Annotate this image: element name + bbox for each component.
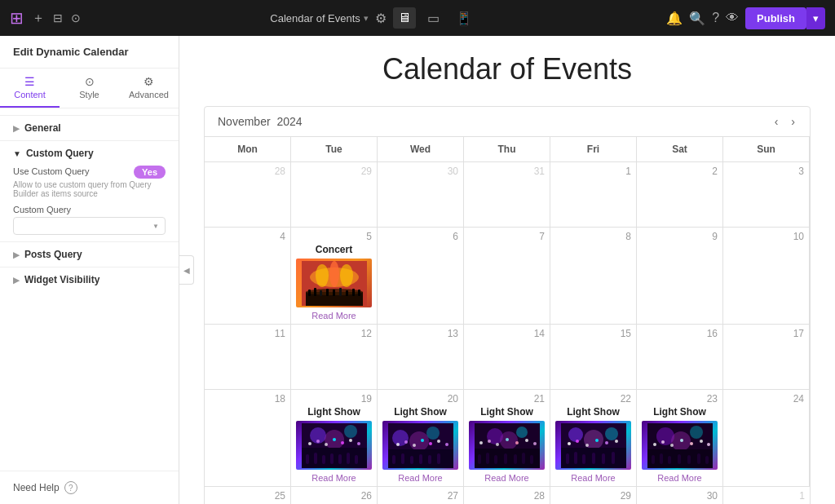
cal-cell-nov4: 4 bbox=[205, 228, 291, 325]
lightshow-23-title: Light Show bbox=[642, 406, 718, 418]
settings-icon[interactable]: ⊙ bbox=[71, 11, 81, 24]
svg-rect-31 bbox=[330, 453, 334, 464]
cal-cell-nov17: 17 bbox=[723, 325, 810, 390]
cal-cell-nov15: 15 bbox=[550, 325, 637, 390]
svg-rect-84 bbox=[574, 452, 577, 464]
lightshow-22-read-more[interactable]: Read More bbox=[555, 473, 631, 483]
page-title-topbar[interactable]: Calendar of Events ▾ bbox=[270, 12, 369, 24]
calendar-prev-btn[interactable]: ‹ bbox=[770, 113, 784, 130]
svg-point-91 bbox=[690, 426, 703, 439]
tab-advanced[interactable]: ⚙ Advanced bbox=[119, 69, 179, 108]
lightshow-20-image bbox=[382, 421, 458, 470]
lightshow-21-read-more[interactable]: Read More bbox=[469, 473, 545, 483]
svg-rect-51 bbox=[428, 455, 431, 464]
custom-query-arrow-icon: ▼ bbox=[13, 149, 21, 158]
posts-query-section-title[interactable]: ▶ Posts Query bbox=[13, 249, 166, 260]
custom-query-section-title[interactable]: ▼ Custom Query bbox=[13, 148, 166, 159]
top-bar-right: 🔔 🔍 ? 👁 Publish ▾ bbox=[666, 7, 825, 29]
svg-point-25 bbox=[341, 441, 344, 444]
svg-point-56 bbox=[500, 431, 518, 449]
svg-point-40 bbox=[396, 443, 400, 446]
general-arrow-icon: ▶ bbox=[13, 124, 20, 133]
cal-cell-nov28: 28 bbox=[464, 487, 550, 504]
sidebar-collapse-btn[interactable]: ◀ bbox=[179, 255, 194, 285]
svg-rect-67 bbox=[494, 455, 497, 464]
publish-dropdown-btn[interactable]: ▾ bbox=[806, 7, 825, 29]
calendar-next-btn[interactable]: › bbox=[786, 113, 800, 130]
lightshow-20-read-more[interactable]: Read More bbox=[382, 473, 458, 483]
svg-point-4 bbox=[340, 264, 353, 287]
svg-rect-14 bbox=[352, 289, 355, 296]
svg-point-74 bbox=[605, 427, 618, 440]
svg-point-45 bbox=[437, 440, 440, 443]
cal-cell-nov8: 8 bbox=[550, 228, 637, 325]
cal-header-thu: Thu bbox=[464, 137, 550, 162]
elementor-logo-icon[interactable]: ⊞ bbox=[10, 8, 24, 28]
svg-rect-33 bbox=[347, 453, 350, 464]
add-element-icon[interactable]: ＋ bbox=[32, 10, 45, 27]
widget-visibility-section-title[interactable]: ▶ Widget Visibility bbox=[13, 274, 166, 285]
lightshow-21-image bbox=[469, 421, 545, 470]
general-section-title[interactable]: ▶ General bbox=[13, 122, 166, 134]
svg-rect-32 bbox=[338, 454, 342, 464]
tab-content[interactable]: ☰ Content bbox=[0, 69, 60, 108]
desktop-device-btn[interactable]: 🖥 bbox=[393, 7, 416, 29]
svg-rect-52 bbox=[437, 453, 440, 464]
preview-icon[interactable]: 👁 bbox=[726, 11, 739, 25]
svg-point-37 bbox=[426, 427, 440, 440]
settings-gear-icon[interactable]: ⚙ bbox=[375, 11, 387, 26]
svg-point-27 bbox=[357, 442, 360, 445]
custom-query-section: ▼ Custom Query Use Custom Query Yes Allo… bbox=[0, 140, 179, 241]
cal-cell-oct30: 30 bbox=[378, 162, 464, 228]
lightshow-19-read-more[interactable]: Read More bbox=[296, 473, 372, 483]
custom-query-select[interactable] bbox=[13, 217, 166, 235]
cal-cell-nov20: 20 Light Show bbox=[378, 390, 464, 487]
cal-cell-nov10: 10 bbox=[723, 228, 810, 325]
svg-rect-83 bbox=[566, 453, 569, 464]
svg-point-24 bbox=[333, 438, 336, 441]
svg-rect-107 bbox=[705, 456, 709, 464]
responsive-icon[interactable]: ⊟ bbox=[53, 11, 63, 24]
cal-header-wed: Wed bbox=[378, 137, 464, 162]
svg-point-73 bbox=[568, 427, 583, 442]
search-icon[interactable]: 🔍 bbox=[689, 11, 705, 26]
posts-query-arrow-icon: ▶ bbox=[13, 250, 20, 259]
publish-button[interactable]: Publish bbox=[745, 7, 806, 29]
publish-group: Publish ▾ bbox=[745, 7, 825, 29]
cal-cell-nov23: 23 Light Show bbox=[637, 390, 723, 487]
cal-cell-nov14: 14 bbox=[464, 325, 550, 390]
lightshow-23-read-more[interactable]: Read More bbox=[642, 473, 718, 483]
lightshow-19-image bbox=[296, 421, 372, 470]
need-help-icon[interactable]: ? bbox=[64, 481, 77, 494]
use-custom-query-row: Use Custom Query Yes bbox=[13, 166, 166, 179]
cal-cell-nov13: 13 bbox=[378, 325, 464, 390]
top-bar-left: ⊞ ＋ ⊟ ⊙ bbox=[10, 8, 81, 28]
posts-query-section: ▶ Posts Query bbox=[0, 241, 179, 267]
svg-rect-70 bbox=[522, 453, 525, 464]
concert-read-more[interactable]: Read More bbox=[296, 311, 372, 321]
style-tab-icon: ⊙ bbox=[85, 75, 95, 88]
custom-query-select-wrapper bbox=[13, 217, 166, 235]
notification-icon[interactable]: 🔔 bbox=[666, 11, 683, 26]
tablet-device-btn[interactable]: ▭ bbox=[422, 7, 444, 29]
tab-style[interactable]: ⊙ Style bbox=[60, 69, 119, 108]
cal-cell-oct29: 29 bbox=[291, 162, 378, 228]
svg-point-2 bbox=[316, 264, 329, 287]
svg-rect-49 bbox=[410, 456, 413, 464]
svg-rect-12 bbox=[339, 288, 342, 296]
svg-point-98 bbox=[690, 442, 693, 445]
svg-point-38 bbox=[409, 431, 429, 451]
cal-cell-nov5: 5 Concert bbox=[291, 228, 378, 325]
use-custom-query-toggle[interactable]: Yes bbox=[134, 166, 166, 179]
sidebar-footer: Need Help ? bbox=[0, 471, 179, 504]
svg-rect-87 bbox=[602, 453, 605, 464]
svg-point-61 bbox=[506, 438, 509, 441]
calendar-grid: Mon Tue Wed Thu Fri Sat Sun 28 29 30 31 … bbox=[205, 137, 810, 504]
mobile-device-btn[interactable]: 📱 bbox=[451, 7, 477, 29]
svg-rect-68 bbox=[504, 453, 507, 464]
cal-cell-nov25: 25 bbox=[205, 487, 291, 504]
cal-cell-nov1: 1 bbox=[550, 162, 637, 228]
help-icon[interactable]: ? bbox=[712, 11, 719, 25]
sidebar-body: ▶ General ▼ Custom Query Use Custom Quer… bbox=[0, 108, 179, 471]
svg-rect-9 bbox=[320, 290, 322, 296]
